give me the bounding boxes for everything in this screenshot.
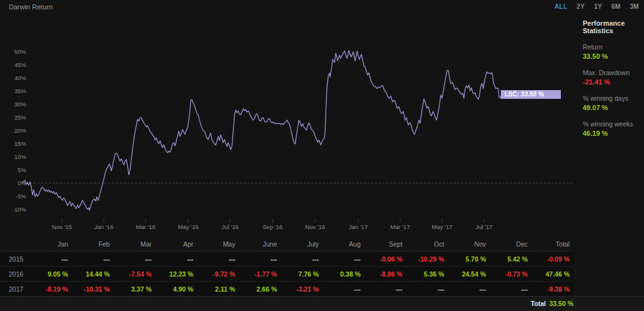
return-cell: --- — [72, 252, 114, 267]
return-cell: -8.86 % — [365, 267, 406, 282]
total-footer: Total 33.50 % — [0, 296, 644, 311]
stat-winning-weeks: % winning weeks 46.19 % — [583, 120, 643, 138]
col-header-july: July — [281, 237, 323, 252]
return-cell: -0.06 % — [365, 252, 406, 267]
x-axis-tick-label: Nov '15 — [52, 223, 72, 230]
corner-cell — [0, 237, 30, 252]
returns-table: JanFebMarAprMayJuneJulyAugSeptOctNovDecT… — [0, 237, 573, 296]
return-cell: --- — [197, 252, 239, 267]
x-axis-tick-label: Nov '16 — [305, 223, 325, 230]
return-cell: 0.38 % — [323, 267, 365, 282]
stat-winning-days: % winning days 49.07 % — [583, 94, 643, 113]
row-year: 2016 — [0, 267, 30, 282]
return-cell: -3.21 % — [281, 282, 323, 297]
stat-label: Return — [583, 43, 643, 52]
return-cell: 12.23 % — [156, 267, 198, 282]
return-cell: 5.42 % — [490, 252, 531, 267]
y-axis-tick-label: 25% — [14, 114, 27, 121]
x-axis-tick-label: Mar '16 — [136, 223, 155, 230]
stat-return: Return 33.50 % — [583, 43, 643, 61]
table-header-row: JanFebMarAprMayJuneJulyAugSeptOctNovDecT… — [0, 237, 573, 252]
return-cell: 24.54 % — [448, 267, 490, 282]
return-cell: -0.09 % — [531, 252, 573, 267]
return-chart[interactable]: 50%45%40%35%30%25%20%15%10%5%0%-5%-10%No… — [0, 0, 644, 235]
return-cell: -10.31 % — [72, 282, 114, 297]
return-cell: 3.37 % — [114, 282, 156, 297]
y-axis-tick-label: -5% — [16, 193, 26, 200]
stat-value: 46.19 % — [583, 129, 643, 138]
col-header-oct: Oct — [406, 237, 448, 252]
x-axis-tick-label: Jul '17 — [475, 223, 492, 230]
col-header-nov: Nov — [448, 237, 490, 252]
return-cell: --- — [406, 282, 448, 297]
y-axis-tick-label: 15% — [14, 140, 27, 147]
return-cell: --- — [323, 252, 365, 267]
return-cell: 2.11 % — [197, 282, 239, 297]
x-axis-tick-label: May '16 — [178, 223, 199, 230]
y-axis-tick-label: 20% — [14, 127, 27, 134]
x-axis-tick-label: Jan '17 — [349, 223, 368, 230]
stat-value: 49.07 % — [583, 103, 643, 113]
y-axis-tick-label: 45% — [14, 61, 27, 68]
monthly-returns-table-wrap: JanFebMarAprMayJuneJulyAugSeptOctNovDecT… — [0, 237, 573, 296]
row-year: 2015 — [0, 252, 30, 267]
return-line-series — [23, 51, 501, 210]
stat-max-drawdown: Max. Drawdown -21.41 % — [583, 68, 643, 87]
return-cell: -7.54 % — [114, 267, 156, 282]
col-header-june: June — [239, 237, 281, 252]
return-cell: 5.70 % — [448, 252, 490, 267]
return-cell: 7.76 % — [281, 267, 323, 282]
table-row-2015: 2015-------------------------0.06 %-10.2… — [0, 252, 573, 267]
y-axis-tick-label: -10% — [13, 206, 27, 213]
row-year: 2017 — [0, 282, 30, 297]
table-row-2017: 2017-8.19 %-10.31 %3.37 %4.90 %2.11 %2.6… — [0, 282, 573, 297]
y-axis-tick-label: 50% — [14, 48, 27, 55]
return-cell: -9.72 % — [197, 267, 239, 282]
return-cell: 14.44 % — [72, 267, 114, 282]
y-axis-tick-label: 5% — [18, 166, 26, 173]
return-cell: --- — [490, 282, 531, 297]
return-cell: --- — [114, 252, 156, 267]
return-cell: 2.66 % — [239, 282, 281, 297]
return-cell: -8.19 % — [30, 282, 72, 297]
return-cell: --- — [365, 282, 406, 297]
col-header-jan: Jan — [30, 237, 72, 252]
y-axis-tick-label: 30% — [14, 101, 27, 108]
stat-label: Max. Drawdown — [583, 68, 643, 78]
col-header-total: Total — [531, 237, 573, 252]
stat-value: 33.50 % — [583, 52, 643, 61]
darwin-return-screen: Darwin Return ALL2Y1Y6M3M 50%45%40%35%30… — [0, 0, 644, 311]
x-axis-tick-label: May '17 — [432, 223, 453, 230]
return-cell: 4.90 % — [156, 282, 198, 297]
stat-value: -21.41 % — [583, 78, 643, 87]
return-cell: --- — [30, 252, 72, 267]
col-header-may: May — [197, 237, 239, 252]
table-row-2016: 20169.05 %14.44 %-7.54 %12.23 %-9.72 %-1… — [0, 267, 573, 282]
col-header-aug: Aug — [323, 237, 365, 252]
performance-statistics-panel: Performance Statistics Return 33.50 % Ma… — [583, 19, 643, 145]
return-cell: --- — [156, 252, 198, 267]
return-cell: 47.46 % — [531, 267, 573, 282]
col-header-apr: Apr — [156, 237, 198, 252]
x-axis-tick-label: Jul '16 — [221, 223, 238, 230]
x-axis-tick-label: Jan '16 — [94, 223, 113, 230]
return-cell: --- — [239, 252, 281, 267]
return-cell: --- — [448, 282, 490, 297]
last-value-label: LSC: 33.50 % — [501, 90, 561, 99]
y-axis-tick-label: 35% — [14, 88, 27, 94]
total-label: Total — [531, 297, 546, 311]
y-axis-tick-label: 10% — [14, 153, 27, 160]
return-cell: -0.73 % — [490, 267, 531, 282]
col-header-dec: Dec — [490, 237, 531, 252]
stat-label: % winning weeks — [583, 120, 643, 129]
return-cell: --- — [281, 252, 323, 267]
col-header-feb: Feb — [72, 237, 114, 252]
return-cell: --- — [323, 282, 365, 297]
y-axis-tick-label: 40% — [14, 74, 27, 81]
return-cell: -10.29 % — [406, 252, 448, 267]
return-cell: 9.05 % — [30, 267, 72, 282]
x-axis-tick-label: Sep '16 — [263, 223, 283, 230]
return-cell: -9.38 % — [531, 282, 573, 297]
x-axis-tick-label: Mar '17 — [390, 223, 410, 230]
return-cell: -1.77 % — [239, 267, 281, 282]
